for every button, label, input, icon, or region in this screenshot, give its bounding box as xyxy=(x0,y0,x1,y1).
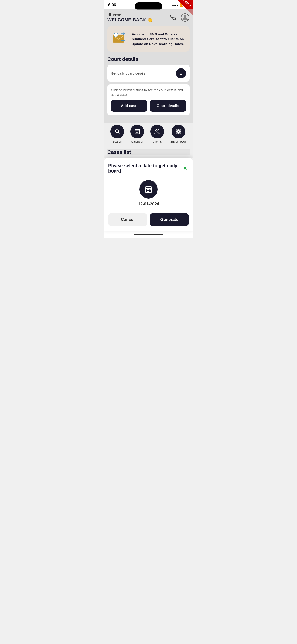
calendar-icon-circle xyxy=(130,124,144,138)
svg-point-26 xyxy=(177,132,178,133)
home-indicator xyxy=(104,231,194,238)
svg-rect-31 xyxy=(147,189,148,190)
generate-button[interactable]: Generate xyxy=(150,213,189,226)
svg-line-7 xyxy=(118,133,120,134)
court-info-card: Click on below buttons to see the court … xyxy=(107,84,190,116)
svg-rect-16 xyxy=(137,133,138,133)
svg-rect-12 xyxy=(136,132,136,132)
modal-calendar-section: 12-01-2024 xyxy=(108,180,189,206)
home-bar xyxy=(134,234,164,235)
svg-point-23 xyxy=(177,130,178,130)
nav-calendar[interactable]: Calendar xyxy=(130,124,144,143)
clients-label: Clients xyxy=(153,140,162,143)
subscription-label: Subscription xyxy=(170,140,187,143)
svg-rect-15 xyxy=(136,133,136,133)
main-content: Hi, there! WELCOME BACK 👋 xyxy=(104,9,194,123)
header-icons xyxy=(168,13,190,22)
cases-list-title: Cases list xyxy=(107,149,190,155)
bottom-nav-icons: Search Calendar xyxy=(104,123,194,147)
svg-rect-13 xyxy=(137,132,138,132)
svg-point-24 xyxy=(179,130,180,130)
svg-rect-34 xyxy=(147,191,148,192)
header-greeting: Hi, there! WELCOME BACK 👋 xyxy=(107,13,153,22)
calendar-label: Calendar xyxy=(131,140,144,143)
greeting-welcome: WELCOME BACK 👋 xyxy=(107,17,153,22)
court-buttons: Add case Court details xyxy=(111,100,186,112)
signal-dots xyxy=(172,4,178,6)
svg-point-17 xyxy=(156,130,157,131)
court-info-text: Click on below buttons to see the court … xyxy=(111,88,186,97)
nav-clients[interactable]: Clients xyxy=(150,124,164,143)
status-time: 6:06 xyxy=(108,3,116,7)
download-button[interactable] xyxy=(176,68,186,78)
phone-icon[interactable] xyxy=(168,13,178,22)
daily-board-text: Get daily board details xyxy=(111,72,145,75)
notification-card: Automatic SMS and Whatsapp reminders are… xyxy=(107,26,190,52)
svg-rect-33 xyxy=(150,189,151,190)
search-icon-circle xyxy=(110,124,124,138)
profile-icon[interactable] xyxy=(180,13,190,22)
add-case-button[interactable]: Add case xyxy=(111,100,147,112)
modal-header: Please select a date to get daily board … xyxy=(108,163,189,174)
calendar-icon-large[interactable] xyxy=(139,180,158,198)
dynamic-island xyxy=(135,2,162,10)
clients-icon-circle xyxy=(150,124,164,138)
modal-close-button[interactable]: ✕ xyxy=(182,165,189,172)
selected-date: 12-01-2024 xyxy=(138,202,159,206)
svg-point-25 xyxy=(179,132,180,133)
notification-text: Automatic SMS and Whatsapp reminders are… xyxy=(132,32,185,46)
app-header: Hi, there! WELCOME BACK 👋 xyxy=(107,13,190,22)
cases-list-section: Cases list xyxy=(104,147,194,158)
search-label: Search xyxy=(112,140,122,143)
sms-icon xyxy=(112,31,128,47)
court-details-button[interactable]: Court details xyxy=(150,100,186,112)
subscription-icon-circle xyxy=(172,124,185,138)
svg-point-1 xyxy=(184,15,186,18)
court-details-title: Court details xyxy=(107,56,190,62)
svg-rect-32 xyxy=(148,189,150,190)
date-select-modal: Please select a date to get daily board … xyxy=(104,158,194,231)
cancel-button[interactable]: Cancel xyxy=(108,213,147,226)
svg-rect-35 xyxy=(148,191,150,192)
svg-point-18 xyxy=(158,130,159,131)
daily-board-card: Get daily board details xyxy=(107,65,190,82)
modal-title: Please select a date to get daily board xyxy=(108,163,182,174)
nav-search[interactable]: Search xyxy=(110,124,124,143)
modal-buttons: Cancel Generate xyxy=(108,213,189,226)
greeting-hi: Hi, there! xyxy=(107,13,153,17)
svg-rect-14 xyxy=(138,132,138,132)
nav-subscription[interactable]: Subscription xyxy=(170,124,187,143)
